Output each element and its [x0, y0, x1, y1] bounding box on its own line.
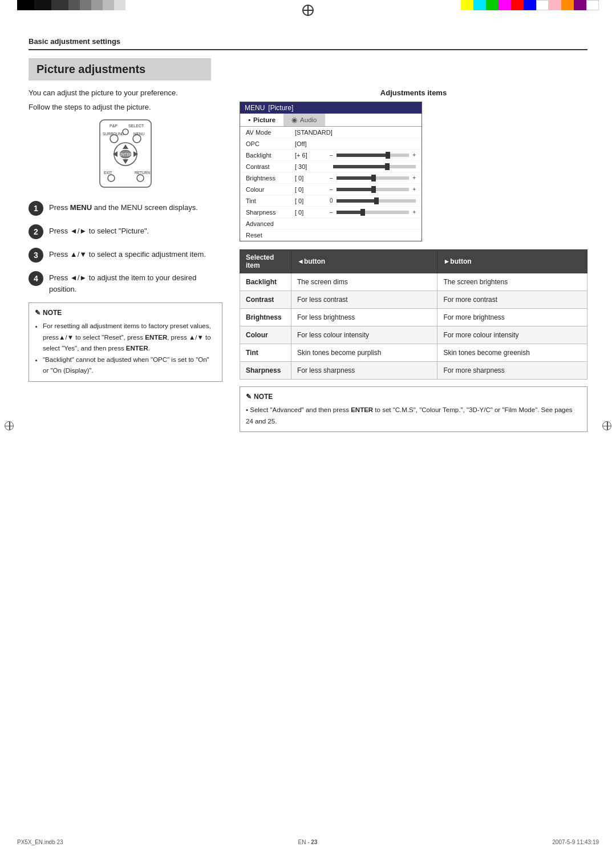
table-row: Backlight The screen dims The screen bri…: [240, 273, 587, 291]
adjustments-title: Adjustments items: [240, 88, 587, 97]
note-text-2: • Select "Advanced" and then press ENTER…: [246, 405, 581, 427]
colour-plus: +: [412, 186, 416, 192]
backlight-minus: –: [330, 152, 333, 158]
table-cell-item-0: Backlight: [240, 273, 291, 291]
title-box: Picture adjustments: [29, 58, 211, 80]
black-swatches: [17, 0, 125, 10]
colour-fill: [337, 188, 373, 191]
footer-date: 2007-5-9 11:43:19: [552, 839, 599, 845]
table-cell-left-0: The screen dims: [291, 273, 437, 291]
table-cell-right-2: For more brightness: [437, 309, 587, 326]
swatch-gray3: [80, 0, 91, 10]
page-num: 23: [311, 839, 317, 845]
menu-row-colour: Colour [ 0] – +: [240, 184, 422, 195]
backlight-plus: +: [412, 152, 416, 158]
table-row: Colour For less colour intensity For mor…: [240, 326, 587, 344]
reset-label: Reset: [246, 232, 291, 239]
backlight-thumb: [386, 152, 390, 159]
colour-value: [ 0]: [295, 186, 326, 193]
menu-tab-picture: ▪ Picture: [240, 114, 283, 126]
intro-text-2: Follow the steps to adjust the picture.: [29, 103, 222, 111]
swatch-black1: [17, 0, 34, 10]
tint-thumb: [374, 197, 379, 204]
menu-header-value: [Picture]: [268, 104, 293, 112]
menu-row-opc: OPC [Off]: [240, 138, 422, 150]
step-2: 2 Press ◄/► to select "Picture".: [29, 224, 222, 239]
swatch-white2: [586, 0, 599, 10]
swatch-gray6: [114, 0, 125, 10]
table-cell-left-1: For less contrast: [291, 291, 437, 309]
table-cell-item-3: Colour: [240, 326, 291, 344]
backlight-fill: [337, 154, 387, 157]
note-item-1-2: "Backlight" cannot be adjusted when "OPC…: [43, 354, 216, 377]
main-content: Basic adjustment settings Picture adjust…: [0, 14, 616, 461]
table-cell-left-5: For less sharpness: [291, 362, 437, 380]
svg-text:EXIT: EXIT: [104, 171, 112, 175]
menu-row-contrast: Contrast [ 30]: [240, 161, 422, 172]
swatch-cyan: [473, 0, 486, 10]
note-box-2: ✎ NOTE • Select "Advanced" and then pres…: [240, 386, 587, 432]
menu-tabs: ▪ Picture ◉ Audio: [240, 114, 422, 127]
menu-header: MENU [Picture]: [240, 102, 422, 114]
reg-mark-left: [5, 421, 14, 430]
step-number-1: 1: [29, 201, 43, 216]
adjustments-table: Selected item ◄button ►button Backlight …: [240, 249, 587, 380]
color-swatches: [461, 0, 599, 10]
svg-point-18: [137, 175, 144, 182]
page-footer: PX5X_EN.indb 23 EN - 23 2007-5-9 11:43:1…: [0, 839, 616, 845]
swatch-green: [486, 0, 499, 10]
svg-marker-10: [113, 151, 117, 157]
menu-row-backlight: Backlight [+ 6] – +: [240, 150, 422, 161]
tint-fill: [337, 199, 376, 203]
svg-marker-11: [133, 151, 138, 157]
note-label-1: NOTE: [43, 308, 62, 318]
sharpness-fill: [337, 211, 362, 214]
table-row: Sharpness For less sharpness For more sh…: [240, 362, 587, 380]
table-cell-item-5: Sharpness: [240, 362, 291, 380]
note-list-1: For resetting all adjustment items to fa…: [35, 321, 216, 377]
contrast-label: Contrast: [246, 163, 291, 170]
contrast-fill: [333, 165, 387, 168]
colour-label: Colour: [246, 186, 291, 193]
colour-thumb: [371, 186, 376, 193]
brightness-value: [ 0]: [295, 175, 326, 182]
contrast-thumb: [385, 163, 390, 170]
table-cell-right-3: For more colour intensity: [437, 326, 587, 344]
svg-marker-8: [123, 144, 128, 149]
col-right-button: ►button: [437, 250, 587, 273]
swatch-magenta: [499, 0, 511, 10]
advanced-label: Advanced: [246, 220, 291, 227]
swatch-yellow: [461, 0, 473, 10]
svg-text:MENU: MENU: [133, 132, 144, 136]
tint-value: [ 0]: [295, 197, 326, 204]
brightness-fill: [337, 176, 373, 180]
note-icon-1: ✎: [35, 308, 40, 318]
svg-text:SELECT: SELECT: [128, 124, 144, 128]
reg-mark-right: [602, 421, 611, 430]
backlight-label: Backlight: [246, 152, 291, 159]
left-column: You can adjust the picture to your prefe…: [29, 88, 222, 432]
swatch-blue: [524, 0, 536, 10]
swatch-red: [511, 0, 524, 10]
opc-label: OPC: [246, 140, 291, 147]
swatch-gray1: [51, 0, 68, 10]
intro-text-1: You can adjust the picture to your prefe…: [29, 88, 222, 97]
sharpness-slider: [337, 211, 410, 214]
note-icon-2: ✎: [246, 392, 252, 402]
colour-minus: –: [330, 186, 333, 192]
section-header: Basic adjustment settings: [29, 37, 587, 46]
remote-svg: P&P SELECT SURROUND MENU: [68, 117, 183, 191]
table-cell-right-0: The screen brightens: [437, 273, 587, 291]
footer-filename: PX5X_EN.indb 23: [17, 839, 63, 845]
menu-header-label: MENU: [245, 104, 265, 112]
menu-row-sharpness: Sharpness [ 0] – +: [240, 207, 422, 218]
menu-tab-picture-label: Picture: [253, 116, 275, 123]
step-number-3: 3: [29, 248, 43, 263]
svg-text:RETURN: RETURN: [135, 171, 150, 175]
opc-value: [Off]: [295, 140, 307, 147]
page-title: Picture adjustments: [37, 63, 203, 76]
swatch-white: [536, 0, 549, 10]
tint-label: Tint: [246, 197, 291, 204]
avmode-label: AV Mode: [246, 129, 291, 136]
swatch-gray2: [68, 0, 80, 10]
